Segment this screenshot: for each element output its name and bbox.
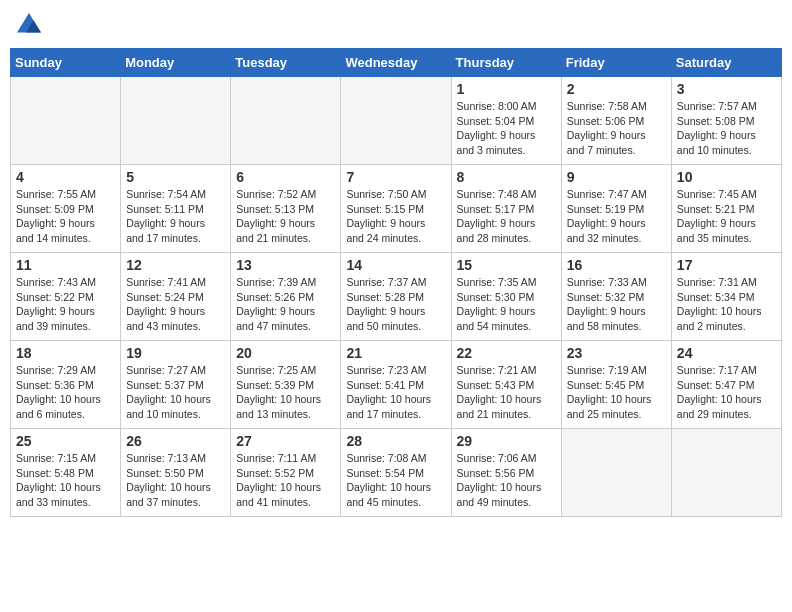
day-number: 22 — [457, 345, 556, 361]
day-info: Sunrise: 7:50 AM Sunset: 5:15 PM Dayligh… — [346, 187, 445, 246]
day-cell: 8Sunrise: 7:48 AM Sunset: 5:17 PM Daylig… — [451, 165, 561, 253]
day-info: Sunrise: 7:17 AM Sunset: 5:47 PM Dayligh… — [677, 363, 776, 422]
day-cell: 28Sunrise: 7:08 AM Sunset: 5:54 PM Dayli… — [341, 429, 451, 517]
day-info: Sunrise: 7:33 AM Sunset: 5:32 PM Dayligh… — [567, 275, 666, 334]
day-number: 20 — [236, 345, 335, 361]
day-cell: 22Sunrise: 7:21 AM Sunset: 5:43 PM Dayli… — [451, 341, 561, 429]
day-header-sunday: Sunday — [11, 49, 121, 77]
day-info: Sunrise: 7:19 AM Sunset: 5:45 PM Dayligh… — [567, 363, 666, 422]
day-info: Sunrise: 7:31 AM Sunset: 5:34 PM Dayligh… — [677, 275, 776, 334]
week-row-3: 11Sunrise: 7:43 AM Sunset: 5:22 PM Dayli… — [11, 253, 782, 341]
day-cell: 17Sunrise: 7:31 AM Sunset: 5:34 PM Dayli… — [671, 253, 781, 341]
day-info: Sunrise: 7:48 AM Sunset: 5:17 PM Dayligh… — [457, 187, 556, 246]
day-info: Sunrise: 7:43 AM Sunset: 5:22 PM Dayligh… — [16, 275, 115, 334]
day-number: 26 — [126, 433, 225, 449]
logo-icon — [14, 10, 44, 40]
day-cell: 12Sunrise: 7:41 AM Sunset: 5:24 PM Dayli… — [121, 253, 231, 341]
calendar-table: SundayMondayTuesdayWednesdayThursdayFrid… — [10, 48, 782, 517]
day-cell: 13Sunrise: 7:39 AM Sunset: 5:26 PM Dayli… — [231, 253, 341, 341]
day-cell — [341, 77, 451, 165]
day-cell: 14Sunrise: 7:37 AM Sunset: 5:28 PM Dayli… — [341, 253, 451, 341]
day-info: Sunrise: 7:08 AM Sunset: 5:54 PM Dayligh… — [346, 451, 445, 510]
day-info: Sunrise: 7:15 AM Sunset: 5:48 PM Dayligh… — [16, 451, 115, 510]
day-number: 8 — [457, 169, 556, 185]
day-info: Sunrise: 7:35 AM Sunset: 5:30 PM Dayligh… — [457, 275, 556, 334]
day-cell: 4Sunrise: 7:55 AM Sunset: 5:09 PM Daylig… — [11, 165, 121, 253]
days-header-row: SundayMondayTuesdayWednesdayThursdayFrid… — [11, 49, 782, 77]
day-cell — [121, 77, 231, 165]
day-cell: 25Sunrise: 7:15 AM Sunset: 5:48 PM Dayli… — [11, 429, 121, 517]
day-info: Sunrise: 8:00 AM Sunset: 5:04 PM Dayligh… — [457, 99, 556, 158]
day-cell: 15Sunrise: 7:35 AM Sunset: 5:30 PM Dayli… — [451, 253, 561, 341]
day-cell — [671, 429, 781, 517]
day-info: Sunrise: 7:06 AM Sunset: 5:56 PM Dayligh… — [457, 451, 556, 510]
day-header-tuesday: Tuesday — [231, 49, 341, 77]
day-cell: 19Sunrise: 7:27 AM Sunset: 5:37 PM Dayli… — [121, 341, 231, 429]
day-number: 11 — [16, 257, 115, 273]
day-cell: 26Sunrise: 7:13 AM Sunset: 5:50 PM Dayli… — [121, 429, 231, 517]
day-cell: 10Sunrise: 7:45 AM Sunset: 5:21 PM Dayli… — [671, 165, 781, 253]
week-row-4: 18Sunrise: 7:29 AM Sunset: 5:36 PM Dayli… — [11, 341, 782, 429]
day-number: 6 — [236, 169, 335, 185]
day-info: Sunrise: 7:21 AM Sunset: 5:43 PM Dayligh… — [457, 363, 556, 422]
day-cell: 18Sunrise: 7:29 AM Sunset: 5:36 PM Dayli… — [11, 341, 121, 429]
day-cell: 6Sunrise: 7:52 AM Sunset: 5:13 PM Daylig… — [231, 165, 341, 253]
day-number: 23 — [567, 345, 666, 361]
day-info: Sunrise: 7:47 AM Sunset: 5:19 PM Dayligh… — [567, 187, 666, 246]
day-cell: 5Sunrise: 7:54 AM Sunset: 5:11 PM Daylig… — [121, 165, 231, 253]
day-number: 15 — [457, 257, 556, 273]
day-number: 27 — [236, 433, 335, 449]
day-cell: 3Sunrise: 7:57 AM Sunset: 5:08 PM Daylig… — [671, 77, 781, 165]
day-info: Sunrise: 7:52 AM Sunset: 5:13 PM Dayligh… — [236, 187, 335, 246]
day-number: 10 — [677, 169, 776, 185]
week-row-2: 4Sunrise: 7:55 AM Sunset: 5:09 PM Daylig… — [11, 165, 782, 253]
week-row-1: 1Sunrise: 8:00 AM Sunset: 5:04 PM Daylig… — [11, 77, 782, 165]
day-number: 7 — [346, 169, 445, 185]
day-cell: 7Sunrise: 7:50 AM Sunset: 5:15 PM Daylig… — [341, 165, 451, 253]
day-number: 28 — [346, 433, 445, 449]
day-info: Sunrise: 7:58 AM Sunset: 5:06 PM Dayligh… — [567, 99, 666, 158]
day-cell: 21Sunrise: 7:23 AM Sunset: 5:41 PM Dayli… — [341, 341, 451, 429]
day-number: 9 — [567, 169, 666, 185]
day-cell — [11, 77, 121, 165]
day-number: 21 — [346, 345, 445, 361]
day-cell: 20Sunrise: 7:25 AM Sunset: 5:39 PM Dayli… — [231, 341, 341, 429]
day-number: 14 — [346, 257, 445, 273]
day-number: 12 — [126, 257, 225, 273]
day-header-thursday: Thursday — [451, 49, 561, 77]
day-info: Sunrise: 7:29 AM Sunset: 5:36 PM Dayligh… — [16, 363, 115, 422]
day-cell: 11Sunrise: 7:43 AM Sunset: 5:22 PM Dayli… — [11, 253, 121, 341]
day-info: Sunrise: 7:57 AM Sunset: 5:08 PM Dayligh… — [677, 99, 776, 158]
page-header — [10, 10, 782, 40]
day-number: 24 — [677, 345, 776, 361]
day-info: Sunrise: 7:41 AM Sunset: 5:24 PM Dayligh… — [126, 275, 225, 334]
day-info: Sunrise: 7:23 AM Sunset: 5:41 PM Dayligh… — [346, 363, 445, 422]
day-cell: 2Sunrise: 7:58 AM Sunset: 5:06 PM Daylig… — [561, 77, 671, 165]
week-row-5: 25Sunrise: 7:15 AM Sunset: 5:48 PM Dayli… — [11, 429, 782, 517]
day-info: Sunrise: 7:54 AM Sunset: 5:11 PM Dayligh… — [126, 187, 225, 246]
day-cell: 1Sunrise: 8:00 AM Sunset: 5:04 PM Daylig… — [451, 77, 561, 165]
day-cell: 24Sunrise: 7:17 AM Sunset: 5:47 PM Dayli… — [671, 341, 781, 429]
day-cell — [561, 429, 671, 517]
day-number: 25 — [16, 433, 115, 449]
day-number: 4 — [16, 169, 115, 185]
day-header-monday: Monday — [121, 49, 231, 77]
day-info: Sunrise: 7:13 AM Sunset: 5:50 PM Dayligh… — [126, 451, 225, 510]
day-number: 16 — [567, 257, 666, 273]
day-info: Sunrise: 7:25 AM Sunset: 5:39 PM Dayligh… — [236, 363, 335, 422]
day-info: Sunrise: 7:37 AM Sunset: 5:28 PM Dayligh… — [346, 275, 445, 334]
day-header-friday: Friday — [561, 49, 671, 77]
day-info: Sunrise: 7:11 AM Sunset: 5:52 PM Dayligh… — [236, 451, 335, 510]
day-number: 17 — [677, 257, 776, 273]
day-number: 18 — [16, 345, 115, 361]
day-cell: 27Sunrise: 7:11 AM Sunset: 5:52 PM Dayli… — [231, 429, 341, 517]
day-info: Sunrise: 7:27 AM Sunset: 5:37 PM Dayligh… — [126, 363, 225, 422]
logo — [14, 10, 48, 40]
day-header-saturday: Saturday — [671, 49, 781, 77]
day-header-wednesday: Wednesday — [341, 49, 451, 77]
day-number: 13 — [236, 257, 335, 273]
day-cell: 16Sunrise: 7:33 AM Sunset: 5:32 PM Dayli… — [561, 253, 671, 341]
day-cell: 23Sunrise: 7:19 AM Sunset: 5:45 PM Dayli… — [561, 341, 671, 429]
day-number: 3 — [677, 81, 776, 97]
day-info: Sunrise: 7:45 AM Sunset: 5:21 PM Dayligh… — [677, 187, 776, 246]
